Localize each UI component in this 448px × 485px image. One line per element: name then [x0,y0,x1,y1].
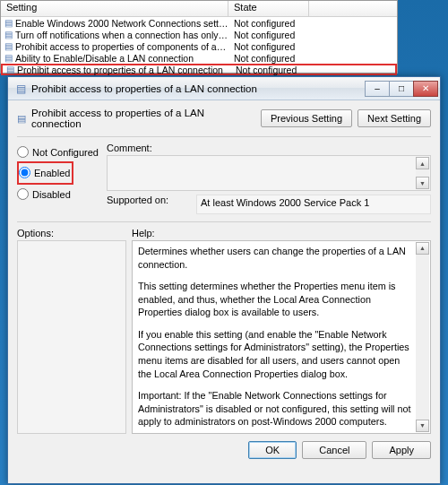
gpo-row-setting: Prohibit access to properties of a LAN c… [17,65,230,75]
gpo-list-header: Setting State [1,1,397,17]
gpo-row-state: Not configured [228,53,295,64]
policy-icon: ▤ [17,113,26,125]
cancel-button[interactable]: Cancel [302,441,366,459]
options-box [17,240,126,434]
state-radios: Not Configured Enabled Disabled [17,143,99,214]
policy-icon: ▤ [13,82,28,96]
help-paragraph: Determines whether users can change the … [138,245,414,271]
radio-enabled-input[interactable] [19,167,30,178]
policy-item-icon: ▤ [1,30,15,39]
gpo-row-setting: Enable Windows 2000 Network Connections … [15,18,228,29]
radio-disabled-label: Disabled [32,189,71,200]
policy-dialog: ▤ Prohibit access to properties of a LAN… [7,76,441,484]
apply-button[interactable]: Apply [372,441,431,459]
col-header-state[interactable]: State [228,1,309,16]
gpo-row-setting: Prohibit access to properties of compone… [15,41,228,52]
radio-enabled-label: Enabled [34,168,70,178]
scroll-up-icon[interactable]: ▲ [416,157,429,169]
help-paragraph: If you enable this setting (and enable t… [138,328,414,380]
gpo-row[interactable]: ▤Enable Windows 2000 Network Connections… [1,17,397,29]
gpo-row-state: Not configured [230,65,297,75]
policy-item-icon: ▤ [3,65,17,74]
gpo-row[interactable]: ▤Prohibit access to properties of compon… [1,40,397,52]
gpo-row[interactable]: ▤Turn off notifications when a connectio… [1,29,397,40]
comment-label: Comment: [107,143,431,153]
policy-header-title: Prohibit access to properties of a LAN c… [31,108,255,129]
radio-disabled[interactable]: Disabled [17,188,99,200]
window-title: Prohibit access to properties of a LAN c… [31,83,366,94]
policy-item-icon: ▤ [1,18,15,28]
help-paragraph: Important: If the "Enable Network Connec… [138,389,414,429]
radio-not-configured[interactable]: Not Configured [17,146,99,158]
gpo-row[interactable]: ▤Ability to Enable/Disable a LAN connect… [1,52,397,64]
ok-button[interactable]: OK [248,441,297,459]
scroll-down-icon[interactable]: ▼ [416,177,429,189]
radio-not-configured-input[interactable] [17,146,29,158]
close-button[interactable]: ✕ [413,81,438,97]
next-setting-button[interactable]: Next Setting [358,109,431,127]
policy-item-icon: ▤ [1,53,15,63]
help-paragraph: This setting determines whether the Prop… [138,280,414,319]
gpo-row-setting: Ability to Enable/Disable a LAN connecti… [15,53,228,64]
options-label: Options: [17,228,126,238]
dialog-footer: OK Cancel Apply [17,441,431,459]
supported-on-text: At least Windows 2000 Service Pack 1 [201,197,369,208]
minimize-button[interactable]: – [365,81,390,97]
previous-setting-button[interactable]: Previous Setting [261,109,352,127]
window-controls: – □ ✕ [366,81,438,97]
col-header-setting[interactable]: Setting [1,1,228,16]
radio-enabled[interactable]: Enabled [19,167,70,178]
titlebar[interactable]: ▤ Prohibit access to properties of a LAN… [8,77,440,100]
radio-disabled-input[interactable] [17,188,29,200]
scroll-up-icon[interactable]: ▲ [416,242,429,255]
supported-on-label: Supported on: [107,195,189,214]
gpo-row-state: Not configured [228,41,295,52]
comment-scrollbar[interactable]: ▲ ▼ [416,157,429,189]
help-label: Help: [132,228,431,238]
gpo-list: Setting State ▤Enable Windows 2000 Netwo… [0,0,398,74]
help-textarea[interactable]: Determines whether users can change the … [132,240,431,434]
gpo-row-setting: Turn off notifications when a connection… [15,30,228,40]
help-scrollbar[interactable]: ▲ ▼ [416,242,429,432]
separator [17,221,431,222]
policy-item-icon: ▤ [1,41,15,51]
scroll-down-icon[interactable]: ▼ [416,420,429,432]
radio-not-configured-label: Not Configured [32,147,99,158]
gpo-row-state: Not configured [228,30,295,40]
comment-textarea[interactable]: ▲ ▼ [107,155,431,191]
gpo-row-state: Not configured [228,18,295,29]
separator [17,136,431,137]
supported-on-value: At least Windows 2000 Service Pack 1 [196,195,431,214]
gpo-row[interactable]: ▤Prohibit access to properties of a LAN … [1,64,397,75]
maximize-button[interactable]: □ [389,81,414,97]
